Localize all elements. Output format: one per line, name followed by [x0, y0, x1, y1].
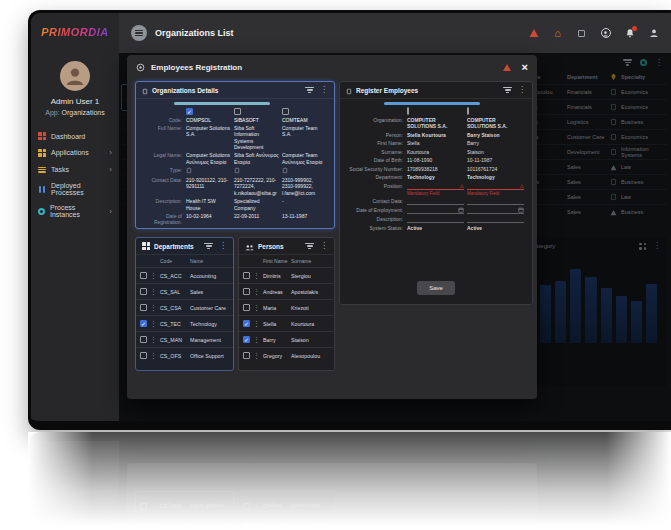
checkbox-checked: [243, 519, 250, 526]
user-icon[interactable]: [648, 28, 659, 39]
checkbox[interactable]: [243, 304, 250, 311]
persons-panel: Persons ⋮ First Name Surname ⋮DimitrisSt…: [238, 491, 335, 530]
row-kebab-icon[interactable]: ⋮: [150, 320, 157, 327]
department-link[interactable]: Technology: [407, 174, 467, 181]
row-kebab-icon[interactable]: ⋮: [253, 272, 260, 279]
system-status-link[interactable]: Active: [467, 225, 527, 232]
field-label: Legal Name:: [140, 152, 186, 165]
row-kebab-icon[interactable]: ⋮: [253, 304, 260, 311]
close-icon[interactable]: ×: [522, 62, 528, 73]
sidebar-item-deployed-processes[interactable]: Deployed Processes: [31, 178, 119, 200]
checkbox[interactable]: [140, 288, 147, 295]
save-button[interactable]: Save: [417, 281, 455, 295]
person-row[interactable]: ⋮DimitrisStergiou: [239, 267, 334, 283]
home-icon[interactable]: ⌂: [552, 28, 563, 39]
employees-registration-modal: Employees Registration × Organizations D…: [127, 463, 537, 530]
sidebar-item-applications[interactable]: Applications ›: [31, 144, 119, 161]
cell-surname: Staison: [291, 337, 330, 343]
checkbox[interactable]: [407, 107, 409, 115]
checkbox-checked[interactable]: [140, 320, 147, 327]
warning-icon[interactable]: [528, 28, 539, 39]
calendar-icon[interactable]: [458, 207, 464, 214]
department-row[interactable]: ⋮CS_CSACustomer Care: [136, 299, 233, 315]
person-link[interactable]: Stella Kourtoura: [407, 132, 467, 139]
position-input[interactable]: ⚠: [467, 183, 524, 190]
checkbox-checked[interactable]: [243, 320, 250, 327]
checkbox[interactable]: [243, 288, 250, 295]
department-row[interactable]: ⋮CS_OFSOffice Support: [136, 347, 233, 363]
person-row[interactable]: ⋮MariaKriezoti: [239, 299, 334, 315]
filter-icon[interactable]: [305, 242, 314, 250]
department-row[interactable]: ⋮CS_TECTechnology: [136, 315, 233, 331]
department-row[interactable]: ⋮CS_ACCAccounting: [136, 267, 233, 283]
sidebar-item-dashboard[interactable]: Dashboard: [31, 128, 119, 144]
ssn-value: 10116761724: [467, 166, 527, 173]
checkbox-checked[interactable]: [186, 108, 193, 115]
column-header-first-name[interactable]: First Name: [263, 258, 291, 264]
row-kebab-icon[interactable]: ⋮: [150, 304, 157, 311]
column-header-surname[interactable]: Surname: [291, 258, 330, 264]
org-contact: 210-9201122, 210-9291111: [186, 177, 234, 197]
person-row[interactable]: ⋮StellaKourtoura: [239, 315, 334, 331]
notifications-icon[interactable]: [624, 28, 635, 39]
horizontal-scrollbar[interactable]: [384, 102, 480, 105]
date-of-employment-input[interactable]: [467, 207, 524, 214]
person-row[interactable]: ⋮AndreasApostolakis: [239, 283, 334, 299]
checkbox[interactable]: [140, 272, 147, 279]
row-kebab-icon[interactable]: ⋮: [253, 288, 260, 295]
row-kebab-icon[interactable]: ⋮: [253, 352, 260, 359]
contact-data-input[interactable]: [407, 198, 464, 205]
system-status-link[interactable]: Active: [407, 225, 467, 232]
date-of-employment-input[interactable]: [407, 207, 464, 214]
organization-link[interactable]: COMPUTER SOLUTIONS S.A.: [467, 117, 527, 130]
checkbox[interactable]: [140, 336, 147, 343]
checkbox[interactable]: [140, 304, 147, 311]
sidebar-item-process-instances[interactable]: Process Instances ›: [31, 200, 119, 222]
modal-header: Employees Registration ×: [127, 55, 537, 79]
checkbox[interactable]: [467, 107, 469, 115]
row-kebab-icon[interactable]: ⋮: [150, 336, 157, 343]
account-circle-icon[interactable]: [600, 28, 611, 39]
row-kebab-icon[interactable]: ⋮: [150, 272, 157, 279]
column-header-code[interactable]: Code: [160, 258, 190, 264]
filter-icon[interactable]: [305, 86, 314, 94]
calendar-icon[interactable]: [518, 207, 524, 214]
frame-icon[interactable]: [576, 28, 587, 39]
row-kebab-icon[interactable]: ⋮: [150, 352, 157, 359]
checkbox[interactable]: [243, 272, 250, 279]
sidebar-item-label: Applications: [51, 149, 89, 156]
filter-icon[interactable]: [503, 86, 512, 94]
org-description: -: [282, 198, 330, 211]
checkbox[interactable]: [243, 352, 250, 359]
filter-icon[interactable]: [204, 242, 213, 250]
menu-toggle-button[interactable]: [131, 25, 147, 41]
horizontal-scrollbar[interactable]: [174, 102, 270, 105]
sidebar-item-tasks[interactable]: Tasks ›: [31, 161, 119, 178]
person-link[interactable]: Barry Staison: [467, 132, 527, 139]
department-row[interactable]: ⋮CS_SALSales: [136, 283, 233, 299]
kebab-menu-icon[interactable]: ⋮: [518, 86, 526, 94]
description-input[interactable]: [467, 216, 524, 223]
checkbox[interactable]: [140, 352, 147, 359]
checkbox[interactable]: [282, 108, 289, 115]
sidebar-item-label: Process Instances: [50, 204, 104, 218]
checkbox[interactable]: [234, 108, 241, 115]
kebab-menu-icon[interactable]: ⋮: [320, 242, 328, 250]
contact-data-input[interactable]: [467, 198, 524, 205]
avatar[interactable]: [60, 61, 90, 91]
column-header-name[interactable]: Name: [190, 258, 229, 264]
row-kebab-icon[interactable]: ⋮: [150, 288, 157, 295]
department-row[interactable]: ⋮CS_MANManagement: [136, 331, 233, 347]
person-row[interactable]: ⋮BarryStaison: [239, 331, 334, 347]
kebab-menu-icon[interactable]: ⋮: [320, 86, 328, 94]
kebab-menu-icon[interactable]: ⋮: [219, 242, 227, 250]
row-kebab-icon[interactable]: ⋮: [253, 320, 260, 327]
organization-link[interactable]: COMPUTER SOLUTIONS S.A.: [407, 117, 467, 130]
person-row[interactable]: ⋮GregoryAlexopoulou: [239, 347, 334, 363]
position-input[interactable]: ⚠: [407, 183, 464, 190]
description-input[interactable]: [407, 216, 464, 223]
department-link[interactable]: Technology: [467, 174, 527, 181]
checkbox-checked[interactable]: [243, 336, 250, 343]
organizations-details-panel: Organizations Details ⋮: [135, 81, 335, 229]
row-kebab-icon[interactable]: ⋮: [253, 336, 260, 343]
